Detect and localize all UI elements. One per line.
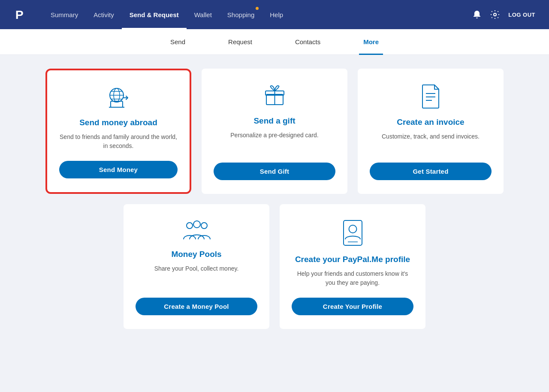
send-money-button[interactable]: Send Money (59, 161, 178, 178)
sub-nav-contacts[interactable]: Contacts (291, 29, 325, 55)
card-send-money-abroad: Send money abroad Send to friends and fa… (45, 69, 191, 194)
nav-right-actions: LOG OUT (472, 10, 535, 19)
notifications-button[interactable] (472, 10, 482, 19)
sub-nav: Send Request Contacts More (0, 29, 549, 55)
card-title-money-pools: Money Pools (171, 250, 221, 259)
card-send-gift: Send a gift Personalize a pre-designed c… (202, 69, 347, 194)
card-money-pools: Money Pools Share your Pool, collect mon… (124, 204, 269, 329)
profile-card-icon (341, 220, 365, 246)
svg-point-16 (201, 223, 207, 229)
nav-link-wallet[interactable]: Wallet (187, 0, 220, 29)
globe-money-icon (106, 86, 131, 109)
sub-nav-more[interactable]: More (359, 29, 383, 55)
top-nav: P Summary Activity Send & Request Wallet… (0, 0, 549, 29)
nav-link-help[interactable]: Help (262, 0, 291, 29)
people-group-icon (183, 220, 211, 241)
card-title-gift: Send a gift (253, 116, 295, 126)
card-title-invoice: Create an invoice (397, 118, 464, 127)
card-desc-gift: Personalize a pre-designed card. (230, 131, 318, 152)
create-profile-button[interactable]: Create Your Profile (292, 298, 413, 315)
card-desc-invoice: Customize, track, and send invoices. (382, 132, 480, 152)
nav-link-activity[interactable]: Activity (86, 0, 122, 29)
cards-row-top: Send money abroad Send to friends and fa… (34, 69, 515, 194)
svg-point-1 (494, 13, 496, 16)
card-title-send-abroad: Send money abroad (79, 118, 157, 127)
sub-nav-send[interactable]: Send (166, 29, 190, 55)
settings-button[interactable] (490, 10, 500, 19)
paypal-logo[interactable]: P (14, 7, 29, 22)
shopping-dot (256, 7, 259, 10)
cards-row-bottom: Money Pools Share your Pool, collect mon… (34, 204, 515, 329)
invoice-icon (420, 84, 441, 109)
card-desc-paypal-me: Help your friends and customers know it'… (292, 269, 413, 287)
get-started-button[interactable]: Get Started (370, 163, 492, 180)
page-content: Send money abroad Send to friends and fa… (0, 55, 549, 392)
svg-point-17 (193, 221, 200, 228)
card-create-invoice: Create an invoice Customize, track, and … (358, 69, 504, 194)
card-desc-send-abroad: Send to friends and family around the wo… (59, 133, 178, 151)
svg-text:P: P (15, 8, 24, 21)
gift-icon (263, 84, 287, 108)
svg-point-19 (349, 225, 356, 233)
send-gift-button[interactable]: Send Gift (214, 163, 335, 180)
nav-link-send-request[interactable]: Send & Request (122, 0, 187, 29)
gear-icon (490, 10, 500, 19)
nav-link-shopping[interactable]: Shopping (220, 0, 262, 29)
card-title-paypal-me: Create your PayPal.Me profile (295, 255, 410, 264)
logout-button[interactable]: LOG OUT (508, 12, 535, 18)
nav-links: Summary Activity Send & Request Wallet S… (43, 0, 472, 29)
sub-nav-request[interactable]: Request (224, 29, 256, 55)
svg-point-15 (187, 223, 193, 229)
bell-icon (472, 10, 482, 19)
create-money-pool-button[interactable]: Create a Money Pool (136, 298, 257, 315)
card-desc-money-pools: Share your Pool, collect money. (154, 264, 239, 287)
card-paypal-me: Create your PayPal.Me profile Help your … (280, 204, 425, 329)
nav-link-summary[interactable]: Summary (43, 0, 86, 29)
